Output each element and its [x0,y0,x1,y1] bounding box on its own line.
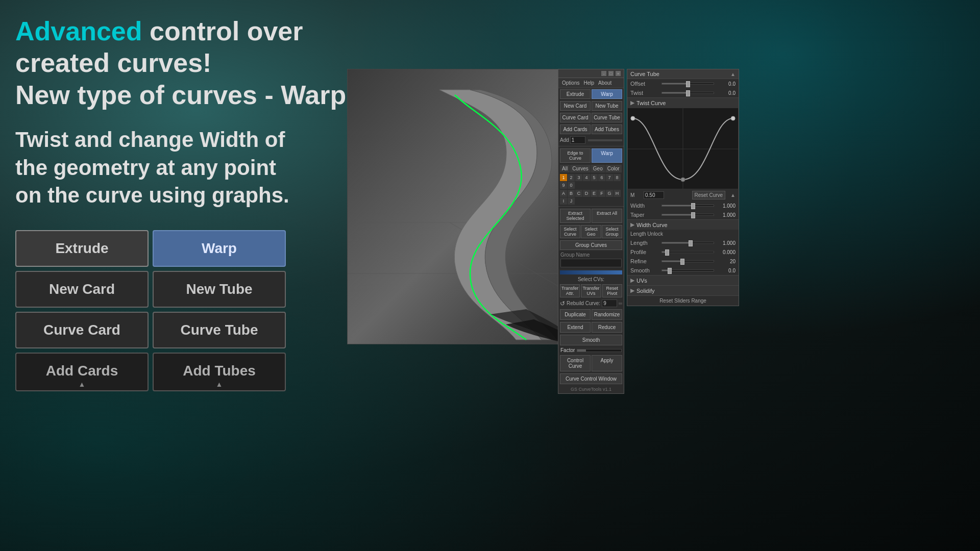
extrude-button[interactable]: Extrude [15,230,149,267]
num-chip-5[interactable]: 5 [591,174,598,181]
num-chip-6[interactable]: 6 [598,174,605,181]
extract-selected-button[interactable]: Extract Selected [560,209,591,223]
num-chip-8[interactable]: 8 [614,174,621,181]
curve-tube-button[interactable]: Curve Tube [153,312,286,348]
reset-sliders-button[interactable]: Reset Sliders Range [627,295,739,306]
letter-chip-I[interactable]: I [560,197,567,205]
uvs-section[interactable]: ▶ UVs [627,275,739,285]
width-curve-section[interactable]: ▶ Width Curve [627,219,739,230]
offset-value: 0.0 [717,81,736,87]
letter-chip-G[interactable]: G [606,190,613,197]
m-value-input[interactable] [644,191,664,199]
randomize-button[interactable]: Randomize [592,309,622,320]
transfer-uvs-button[interactable]: Transfer UVs [581,284,601,297]
filter-color[interactable]: Color [605,165,622,172]
letter-chip-J[interactable]: J [568,197,575,205]
extend-button[interactable]: Extend [560,322,591,333]
rebuild-number-input[interactable] [602,299,617,307]
minimize-icon[interactable]: - [601,71,606,76]
plugin-warp-button[interactable]: Warp [592,89,622,99]
rebuild-icon[interactable]: ↺ [560,300,565,307]
num-chip-7[interactable]: 7 [606,174,613,181]
filter-all[interactable]: All [560,165,570,172]
extract-all-button[interactable]: Extract All [592,209,622,223]
ctrl-apply-row: Control Curve Apply [558,354,624,372]
plugin-new-tube-button[interactable]: New Tube [592,101,622,111]
uvs-label: UVs [636,278,647,284]
factor-slider[interactable] [577,349,622,352]
select-group-button[interactable]: Select Group [602,225,622,238]
menu-about[interactable]: About [597,80,613,86]
width-slider[interactable] [662,205,714,207]
group-name-input[interactable] [560,259,622,267]
solidify-section[interactable]: ▶ Solidify [627,285,739,295]
taper-slider[interactable] [662,214,714,216]
edge-to-curve-button[interactable]: Edge to Curve [560,148,591,163]
offset-slider[interactable] [662,83,714,85]
num-chip-3[interactable]: 3 [575,174,582,181]
num-chip-4[interactable]: 4 [583,174,590,181]
add-slider[interactable] [588,139,622,141]
twist-curve-section[interactable]: ▶ Twist Curve [627,97,739,108]
letter-chip-E[interactable]: E [591,190,598,197]
plugin-add-tubes-button[interactable]: Add Tubes [592,124,622,134]
maximize-icon[interactable]: □ [608,71,614,76]
plugin-add-cards-button[interactable]: Add Cards [560,124,591,134]
close-icon[interactable]: × [616,71,621,76]
smooth-slider[interactable] [662,269,714,271]
duplicate-button[interactable]: Duplicate [560,309,591,320]
separator-2 [558,206,624,207]
plugin-new-card-button[interactable]: New Card [560,101,591,111]
letter-chip-B[interactable]: B [568,190,575,197]
refine-slider[interactable] [662,260,714,262]
group-curves-row: Group Curves [558,239,624,251]
select-geo-button[interactable]: Select Geo [581,225,601,238]
uvs-arrow-icon: ▶ [630,277,634,284]
curve-card-button[interactable]: Curve Card [15,312,149,348]
add-tubes-button[interactable]: Add Tubes [153,353,286,391]
plugin-extrude-button[interactable]: Extrude [560,89,591,99]
group-curves-button[interactable]: Group Curves [560,240,622,250]
expand-arrow-icon[interactable]: ▲ [730,71,736,77]
headline-highlight: Advanced [15,16,142,46]
num-chip-0[interactable]: 0 [568,182,575,189]
profile-slider[interactable] [662,251,714,253]
control-curve-button[interactable]: Control Curve [560,355,591,371]
select-curve-button[interactable]: Select Curve [560,225,580,238]
rebuild-slider[interactable] [619,303,622,305]
twist-slider[interactable] [662,92,714,94]
reset-curve-button[interactable]: Reset Curve [692,191,726,199]
apply-button[interactable]: Apply [592,355,622,371]
profile-label: Profile [630,249,658,255]
num-chip-9[interactable]: 9 [560,182,567,189]
edge-warp-button[interactable]: Warp [592,148,622,163]
color-bar[interactable] [560,270,622,274]
transfer-attr-button[interactable]: Transfer Attr. [560,284,580,297]
letter-chip-F[interactable]: F [598,190,605,197]
plugin-curve-card-button[interactable]: Curve Card [560,113,591,122]
curve-control-window-button[interactable]: Curve Control Window [560,373,622,384]
reduce-button[interactable]: Reduce [592,322,622,333]
letter-chip-A[interactable]: A [560,190,567,197]
filter-curves[interactable]: Curves [570,165,591,172]
filter-geo[interactable]: Geo [591,165,605,172]
new-card-button[interactable]: New Card [15,271,149,308]
reset-pivot-button[interactable]: Reset Pivot [602,284,622,297]
menu-help[interactable]: Help [582,80,596,86]
letter-chip-D[interactable]: D [583,190,590,197]
warp-button[interactable]: Warp [153,230,286,267]
add-cards-button[interactable]: Add Cards [15,353,149,391]
num-chip-1[interactable]: 1 [560,174,567,181]
letter-chip-H[interactable]: H [614,190,621,197]
headline: Advanced control over created curves! Ne… [15,15,352,111]
add-number-input[interactable] [570,136,585,144]
smooth-button[interactable]: Smooth [560,335,622,345]
plugin-curve-tube-button[interactable]: Curve Tube [592,113,622,122]
letter-chip-C[interactable]: C [575,190,582,197]
menu-options[interactable]: Options [560,80,581,86]
curve-expand-icon[interactable]: ▲ [730,192,736,198]
length-slider[interactable] [662,242,714,244]
num-chip-2[interactable]: 2 [568,174,575,181]
new-tube-button[interactable]: New Tube [153,271,286,308]
curve-graph[interactable] [627,108,739,189]
